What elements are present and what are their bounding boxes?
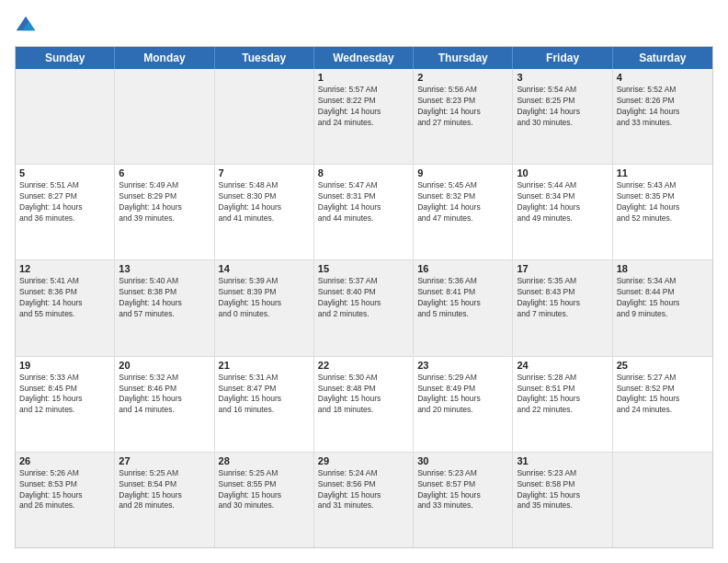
- day-number: 28: [219, 455, 310, 466]
- day-info: Sunrise: 5:56 AM Sunset: 8:23 PM Dayligh…: [417, 85, 508, 129]
- day-number: 26: [19, 455, 110, 466]
- calendar: SundayMondayTuesdayWednesdayThursdayFrid…: [15, 46, 713, 548]
- day-info: Sunrise: 5:51 AM Sunset: 8:27 PM Dayligh…: [19, 180, 110, 224]
- calendar-cell-row3-col6: 25Sunrise: 5:27 AM Sunset: 8:52 PM Dayli…: [613, 357, 712, 452]
- day-info: Sunrise: 5:24 AM Sunset: 8:56 PM Dayligh…: [318, 468, 409, 512]
- day-info: Sunrise: 5:25 AM Sunset: 8:55 PM Dayligh…: [219, 468, 310, 512]
- calendar-cell-row0-col1: [115, 69, 214, 164]
- day-info: Sunrise: 5:28 AM Sunset: 8:51 PM Dayligh…: [517, 373, 608, 417]
- day-info: Sunrise: 5:44 AM Sunset: 8:34 PM Dayligh…: [517, 180, 608, 224]
- calendar-cell-row3-col1: 20Sunrise: 5:32 AM Sunset: 8:46 PM Dayli…: [115, 357, 214, 452]
- day-number: 21: [219, 360, 310, 371]
- calendar-cell-row1-col0: 5Sunrise: 5:51 AM Sunset: 8:27 PM Daylig…: [16, 165, 115, 259]
- page: SundayMondayTuesdayWednesdayThursdayFrid…: [0, 0, 728, 563]
- page-header: [15, 15, 713, 37]
- day-number: 20: [119, 360, 210, 371]
- calendar-header: SundayMondayTuesdayWednesdayThursdayFrid…: [16, 47, 712, 69]
- calendar-cell-row3-col2: 21Sunrise: 5:31 AM Sunset: 8:47 PM Dayli…: [215, 357, 314, 452]
- calendar-row-4: 26Sunrise: 5:26 AM Sunset: 8:53 PM Dayli…: [16, 452, 712, 547]
- day-info: Sunrise: 5:47 AM Sunset: 8:31 PM Dayligh…: [318, 180, 409, 224]
- day-number: 16: [417, 263, 508, 274]
- calendar-cell-row2-col3: 15Sunrise: 5:37 AM Sunset: 8:40 PM Dayli…: [314, 260, 414, 355]
- day-number: 29: [318, 455, 409, 466]
- weekday-header-monday: Monday: [115, 47, 214, 69]
- logo-icon: [15, 15, 37, 37]
- day-info: Sunrise: 5:41 AM Sunset: 8:36 PM Dayligh…: [19, 276, 110, 320]
- calendar-cell-row0-col3: 1Sunrise: 5:57 AM Sunset: 8:22 PM Daylig…: [314, 69, 414, 164]
- day-info: Sunrise: 5:49 AM Sunset: 8:29 PM Dayligh…: [119, 180, 210, 224]
- day-info: Sunrise: 5:57 AM Sunset: 8:22 PM Dayligh…: [318, 85, 409, 129]
- calendar-row-0: 1Sunrise: 5:57 AM Sunset: 8:22 PM Daylig…: [16, 69, 712, 164]
- day-number: 8: [318, 167, 409, 178]
- calendar-row-1: 5Sunrise: 5:51 AM Sunset: 8:27 PM Daylig…: [16, 164, 712, 259]
- day-number: 18: [617, 263, 709, 274]
- day-number: 23: [417, 360, 508, 371]
- calendar-cell-row1-col4: 9Sunrise: 5:45 AM Sunset: 8:32 PM Daylig…: [414, 165, 513, 259]
- day-info: Sunrise: 5:54 AM Sunset: 8:25 PM Dayligh…: [517, 85, 608, 129]
- day-info: Sunrise: 5:37 AM Sunset: 8:40 PM Dayligh…: [318, 276, 409, 320]
- calendar-cell-row1-col1: 6Sunrise: 5:49 AM Sunset: 8:29 PM Daylig…: [115, 165, 214, 259]
- day-number: 19: [19, 360, 110, 371]
- day-number: 25: [617, 360, 709, 371]
- day-number: 2: [417, 72, 508, 83]
- day-number: 15: [318, 263, 409, 274]
- day-info: Sunrise: 5:45 AM Sunset: 8:32 PM Dayligh…: [417, 180, 508, 224]
- day-info: Sunrise: 5:29 AM Sunset: 8:49 PM Dayligh…: [417, 373, 508, 417]
- calendar-cell-row2-col1: 13Sunrise: 5:40 AM Sunset: 8:38 PM Dayli…: [115, 260, 214, 355]
- day-number: 6: [119, 167, 210, 178]
- weekday-header-friday: Friday: [513, 47, 612, 69]
- day-number: 31: [517, 455, 608, 466]
- calendar-cell-row4-col4: 30Sunrise: 5:23 AM Sunset: 8:57 PM Dayli…: [414, 453, 513, 547]
- day-info: Sunrise: 5:43 AM Sunset: 8:35 PM Dayligh…: [617, 180, 709, 224]
- calendar-cell-row0-col2: [215, 69, 314, 164]
- day-info: Sunrise: 5:36 AM Sunset: 8:41 PM Dayligh…: [417, 276, 508, 320]
- calendar-row-2: 12Sunrise: 5:41 AM Sunset: 8:36 PM Dayli…: [16, 259, 712, 355]
- day-info: Sunrise: 5:23 AM Sunset: 8:57 PM Dayligh…: [417, 468, 508, 512]
- day-info: Sunrise: 5:26 AM Sunset: 8:53 PM Dayligh…: [19, 468, 110, 512]
- weekday-header-tuesday: Tuesday: [215, 47, 314, 69]
- day-info: Sunrise: 5:31 AM Sunset: 8:47 PM Dayligh…: [219, 373, 310, 417]
- day-info: Sunrise: 5:33 AM Sunset: 8:45 PM Dayligh…: [19, 373, 110, 417]
- day-info: Sunrise: 5:27 AM Sunset: 8:52 PM Dayligh…: [617, 373, 709, 417]
- day-number: 14: [219, 263, 310, 274]
- calendar-cell-row4-col2: 28Sunrise: 5:25 AM Sunset: 8:55 PM Dayli…: [215, 453, 314, 547]
- day-number: 11: [617, 167, 709, 178]
- day-info: Sunrise: 5:48 AM Sunset: 8:30 PM Dayligh…: [219, 180, 310, 224]
- calendar-cell-row2-col4: 16Sunrise: 5:36 AM Sunset: 8:41 PM Dayli…: [414, 260, 513, 355]
- calendar-cell-row2-col0: 12Sunrise: 5:41 AM Sunset: 8:36 PM Dayli…: [16, 260, 115, 355]
- weekday-header-sunday: Sunday: [16, 47, 115, 69]
- day-number: 5: [19, 167, 110, 178]
- day-number: 10: [517, 167, 608, 178]
- calendar-row-3: 19Sunrise: 5:33 AM Sunset: 8:45 PM Dayli…: [16, 356, 712, 452]
- calendar-cell-row1-col2: 7Sunrise: 5:48 AM Sunset: 8:30 PM Daylig…: [215, 165, 314, 259]
- calendar-cell-row3-col5: 24Sunrise: 5:28 AM Sunset: 8:51 PM Dayli…: [513, 357, 612, 452]
- weekday-header-saturday: Saturday: [613, 47, 712, 69]
- calendar-cell-row0-col6: 4Sunrise: 5:52 AM Sunset: 8:26 PM Daylig…: [613, 69, 712, 164]
- day-number: 9: [417, 167, 508, 178]
- day-info: Sunrise: 5:35 AM Sunset: 8:43 PM Dayligh…: [517, 276, 608, 320]
- calendar-cell-row4-col6: [613, 453, 712, 547]
- calendar-cell-row2-col2: 14Sunrise: 5:39 AM Sunset: 8:39 PM Dayli…: [215, 260, 314, 355]
- day-info: Sunrise: 5:23 AM Sunset: 8:58 PM Dayligh…: [517, 468, 608, 512]
- day-info: Sunrise: 5:25 AM Sunset: 8:54 PM Dayligh…: [119, 468, 210, 512]
- day-number: 12: [19, 263, 110, 274]
- day-number: 22: [318, 360, 409, 371]
- calendar-cell-row3-col3: 22Sunrise: 5:30 AM Sunset: 8:48 PM Dayli…: [314, 357, 414, 452]
- day-info: Sunrise: 5:40 AM Sunset: 8:38 PM Dayligh…: [119, 276, 210, 320]
- day-number: 3: [517, 72, 608, 83]
- day-info: Sunrise: 5:52 AM Sunset: 8:26 PM Dayligh…: [617, 85, 709, 129]
- day-info: Sunrise: 5:39 AM Sunset: 8:39 PM Dayligh…: [219, 276, 310, 320]
- day-number: 7: [219, 167, 310, 178]
- calendar-cell-row2-col5: 17Sunrise: 5:35 AM Sunset: 8:43 PM Dayli…: [513, 260, 612, 355]
- calendar-cell-row1-col5: 10Sunrise: 5:44 AM Sunset: 8:34 PM Dayli…: [513, 165, 612, 259]
- calendar-cell-row0-col4: 2Sunrise: 5:56 AM Sunset: 8:23 PM Daylig…: [414, 69, 513, 164]
- weekday-header-wednesday: Wednesday: [314, 47, 414, 69]
- calendar-cell-row0-col5: 3Sunrise: 5:54 AM Sunset: 8:25 PM Daylig…: [513, 69, 612, 164]
- day-number: 30: [417, 455, 508, 466]
- calendar-body: 1Sunrise: 5:57 AM Sunset: 8:22 PM Daylig…: [16, 69, 712, 547]
- day-number: 27: [119, 455, 210, 466]
- day-number: 24: [517, 360, 608, 371]
- calendar-cell-row3-col0: 19Sunrise: 5:33 AM Sunset: 8:45 PM Dayli…: [16, 357, 115, 452]
- day-info: Sunrise: 5:34 AM Sunset: 8:44 PM Dayligh…: [617, 276, 709, 320]
- day-number: 1: [318, 72, 409, 83]
